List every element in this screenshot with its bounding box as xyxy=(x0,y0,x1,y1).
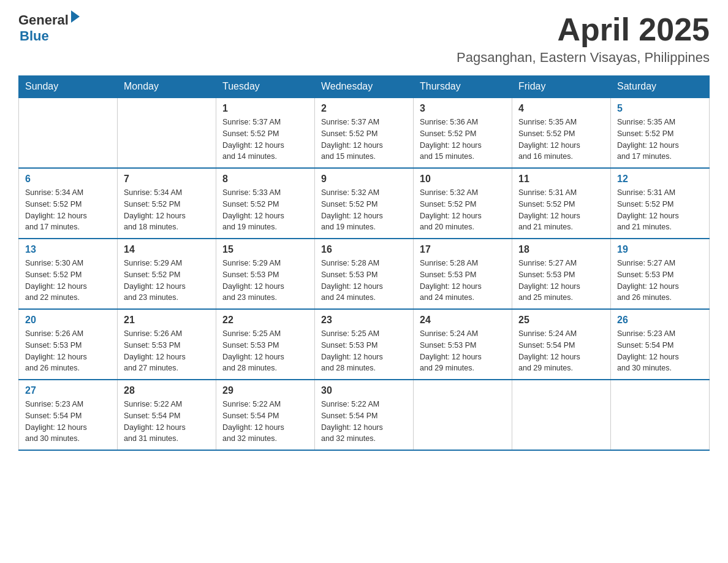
day-info: Sunrise: 5:23 AMSunset: 5:54 PMDaylight:… xyxy=(617,328,703,374)
day-number: 24 xyxy=(420,315,506,326)
day-info: Sunrise: 5:31 AMSunset: 5:52 PMDaylight:… xyxy=(617,187,703,233)
day-number: 16 xyxy=(321,244,407,255)
day-info: Sunrise: 5:22 AMSunset: 5:54 PMDaylight:… xyxy=(222,399,308,445)
header: General Blue April 2025 Pagsanghan, East… xyxy=(18,12,710,66)
calendar-header-wednesday: Wednesday xyxy=(315,76,414,98)
day-info: Sunrise: 5:31 AMSunset: 5:52 PMDaylight:… xyxy=(518,187,604,233)
calendar-cell xyxy=(611,380,710,450)
day-info: Sunrise: 5:29 AMSunset: 5:53 PMDaylight:… xyxy=(222,258,308,304)
day-number: 5 xyxy=(617,103,703,114)
day-info: Sunrise: 5:22 AMSunset: 5:54 PMDaylight:… xyxy=(321,399,407,445)
calendar-cell: 8Sunrise: 5:33 AMSunset: 5:52 PMDaylight… xyxy=(216,168,315,239)
day-info: Sunrise: 5:29 AMSunset: 5:52 PMDaylight:… xyxy=(124,258,210,304)
calendar-cell xyxy=(512,380,611,450)
title-section: April 2025 Pagsanghan, Eastern Visayas, … xyxy=(457,12,710,66)
day-info: Sunrise: 5:34 AMSunset: 5:52 PMDaylight:… xyxy=(25,187,111,233)
calendar-cell: 2Sunrise: 5:37 AMSunset: 5:52 PMDaylight… xyxy=(315,98,414,168)
day-number: 14 xyxy=(124,244,210,255)
day-info: Sunrise: 5:24 AMSunset: 5:53 PMDaylight:… xyxy=(420,328,506,374)
calendar-week-row: 6Sunrise: 5:34 AMSunset: 5:52 PMDaylight… xyxy=(19,168,710,239)
day-number: 15 xyxy=(222,244,308,255)
day-info: Sunrise: 5:36 AMSunset: 5:52 PMDaylight:… xyxy=(420,117,506,163)
day-number: 29 xyxy=(222,385,308,396)
day-number: 12 xyxy=(617,174,703,185)
calendar-cell: 16Sunrise: 5:28 AMSunset: 5:53 PMDayligh… xyxy=(315,239,414,309)
calendar-cell: 27Sunrise: 5:23 AMSunset: 5:54 PMDayligh… xyxy=(19,380,118,450)
calendar-week-row: 1Sunrise: 5:37 AMSunset: 5:52 PMDaylight… xyxy=(19,98,710,168)
day-number: 20 xyxy=(25,315,111,326)
calendar-cell: 23Sunrise: 5:25 AMSunset: 5:53 PMDayligh… xyxy=(315,309,414,380)
day-info: Sunrise: 5:26 AMSunset: 5:53 PMDaylight:… xyxy=(25,328,111,374)
day-number: 26 xyxy=(617,315,703,326)
day-number: 21 xyxy=(124,315,210,326)
calendar-cell: 14Sunrise: 5:29 AMSunset: 5:52 PMDayligh… xyxy=(118,239,216,309)
calendar-cell: 12Sunrise: 5:31 AMSunset: 5:52 PMDayligh… xyxy=(611,168,710,239)
calendar-cell: 21Sunrise: 5:26 AMSunset: 5:53 PMDayligh… xyxy=(118,309,216,380)
calendar-header-friday: Friday xyxy=(512,76,611,98)
calendar-cell: 30Sunrise: 5:22 AMSunset: 5:54 PMDayligh… xyxy=(315,380,414,450)
calendar-cell: 20Sunrise: 5:26 AMSunset: 5:53 PMDayligh… xyxy=(19,309,118,380)
calendar-cell: 22Sunrise: 5:25 AMSunset: 5:53 PMDayligh… xyxy=(216,309,315,380)
calendar-header-thursday: Thursday xyxy=(414,76,512,98)
calendar-cell: 19Sunrise: 5:27 AMSunset: 5:53 PMDayligh… xyxy=(611,239,710,309)
day-info: Sunrise: 5:26 AMSunset: 5:53 PMDaylight:… xyxy=(124,328,210,374)
calendar-cell: 24Sunrise: 5:24 AMSunset: 5:53 PMDayligh… xyxy=(414,309,512,380)
calendar-cell: 6Sunrise: 5:34 AMSunset: 5:52 PMDaylight… xyxy=(19,168,118,239)
day-number: 28 xyxy=(124,385,210,396)
day-info: Sunrise: 5:23 AMSunset: 5:54 PMDaylight:… xyxy=(25,399,111,445)
calendar-cell xyxy=(118,98,216,168)
day-number: 22 xyxy=(222,315,308,326)
calendar-header-sunday: Sunday xyxy=(19,76,118,98)
calendar-cell: 15Sunrise: 5:29 AMSunset: 5:53 PMDayligh… xyxy=(216,239,315,309)
calendar-cell: 10Sunrise: 5:32 AMSunset: 5:52 PMDayligh… xyxy=(414,168,512,239)
day-number: 10 xyxy=(420,174,506,185)
day-info: Sunrise: 5:32 AMSunset: 5:52 PMDaylight:… xyxy=(321,187,407,233)
calendar-cell: 4Sunrise: 5:35 AMSunset: 5:52 PMDaylight… xyxy=(512,98,611,168)
day-number: 2 xyxy=(321,103,407,114)
calendar-cell: 17Sunrise: 5:28 AMSunset: 5:53 PMDayligh… xyxy=(414,239,512,309)
logo-triangle-icon xyxy=(71,10,80,23)
day-number: 30 xyxy=(321,385,407,396)
day-info: Sunrise: 5:25 AMSunset: 5:53 PMDaylight:… xyxy=(321,328,407,374)
day-number: 11 xyxy=(518,174,604,185)
calendar-header-monday: Monday xyxy=(118,76,216,98)
calendar-cell: 9Sunrise: 5:32 AMSunset: 5:52 PMDaylight… xyxy=(315,168,414,239)
day-number: 6 xyxy=(25,174,111,185)
day-number: 8 xyxy=(222,174,308,185)
day-info: Sunrise: 5:28 AMSunset: 5:53 PMDaylight:… xyxy=(420,258,506,304)
location-title: Pagsanghan, Eastern Visayas, Philippines xyxy=(457,50,710,66)
logo: General Blue xyxy=(18,12,80,44)
day-number: 17 xyxy=(420,244,506,255)
day-info: Sunrise: 5:27 AMSunset: 5:53 PMDaylight:… xyxy=(617,258,703,304)
calendar-week-row: 27Sunrise: 5:23 AMSunset: 5:54 PMDayligh… xyxy=(19,380,710,450)
calendar-cell: 26Sunrise: 5:23 AMSunset: 5:54 PMDayligh… xyxy=(611,309,710,380)
day-number: 9 xyxy=(321,174,407,185)
calendar-week-row: 13Sunrise: 5:30 AMSunset: 5:52 PMDayligh… xyxy=(19,239,710,309)
calendar-cell: 28Sunrise: 5:22 AMSunset: 5:54 PMDayligh… xyxy=(118,380,216,450)
day-info: Sunrise: 5:24 AMSunset: 5:54 PMDaylight:… xyxy=(518,328,604,374)
logo-blue: Blue xyxy=(20,28,80,44)
day-number: 25 xyxy=(518,315,604,326)
logo-general: General xyxy=(18,12,69,28)
day-info: Sunrise: 5:34 AMSunset: 5:52 PMDaylight:… xyxy=(124,187,210,233)
day-number: 3 xyxy=(420,103,506,114)
day-info: Sunrise: 5:35 AMSunset: 5:52 PMDaylight:… xyxy=(617,117,703,163)
day-number: 23 xyxy=(321,315,407,326)
day-number: 18 xyxy=(518,244,604,255)
calendar-header-row: SundayMondayTuesdayWednesdayThursdayFrid… xyxy=(19,76,710,98)
calendar-cell: 29Sunrise: 5:22 AMSunset: 5:54 PMDayligh… xyxy=(216,380,315,450)
day-number: 13 xyxy=(25,244,111,255)
calendar-table: SundayMondayTuesdayWednesdayThursdayFrid… xyxy=(18,75,710,451)
day-info: Sunrise: 5:35 AMSunset: 5:52 PMDaylight:… xyxy=(518,117,604,163)
calendar-header-saturday: Saturday xyxy=(611,76,710,98)
calendar-cell xyxy=(19,98,118,168)
day-number: 1 xyxy=(222,103,308,114)
day-info: Sunrise: 5:32 AMSunset: 5:52 PMDaylight:… xyxy=(420,187,506,233)
day-info: Sunrise: 5:33 AMSunset: 5:52 PMDaylight:… xyxy=(222,187,308,233)
day-number: 27 xyxy=(25,385,111,396)
calendar-cell xyxy=(414,380,512,450)
calendar-header-tuesday: Tuesday xyxy=(216,76,315,98)
calendar-cell: 18Sunrise: 5:27 AMSunset: 5:53 PMDayligh… xyxy=(512,239,611,309)
calendar-cell: 5Sunrise: 5:35 AMSunset: 5:52 PMDaylight… xyxy=(611,98,710,168)
calendar-week-row: 20Sunrise: 5:26 AMSunset: 5:53 PMDayligh… xyxy=(19,309,710,380)
